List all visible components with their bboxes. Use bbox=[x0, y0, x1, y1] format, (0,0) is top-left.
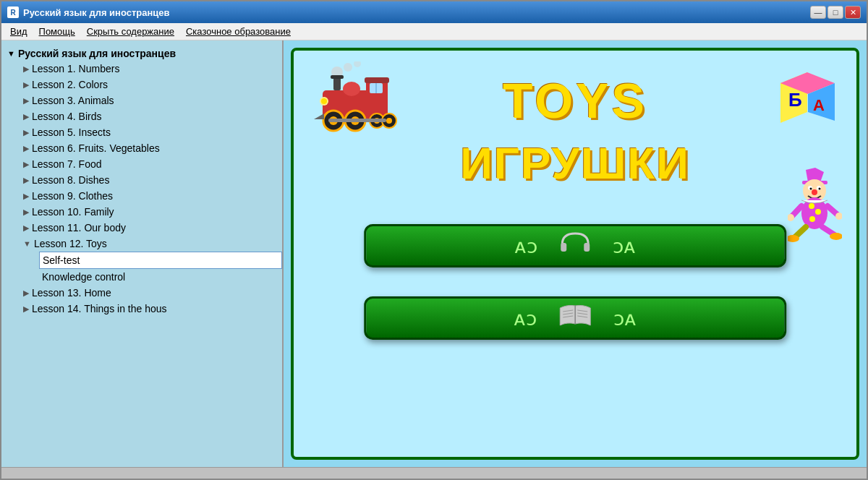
minimize-button[interactable]: — bbox=[810, 6, 826, 19]
book-button-row: ᴀɔ bbox=[364, 296, 786, 340]
svg-text:А: А bbox=[813, 96, 825, 114]
btn1-symbol-right: ɔᴀ bbox=[613, 234, 636, 258]
sidebar-item-l5[interactable]: ▶ Lesson 5. Insects bbox=[1, 124, 282, 140]
sidebar-item-l8[interactable]: ▶ Lesson 8. Dishes bbox=[1, 172, 282, 188]
maximize-button[interactable]: □ bbox=[827, 6, 843, 19]
menu-bar: Вид Помощь Скрыть содержание Сказочное о… bbox=[1, 23, 867, 40]
sidebar-subitem-knowledge[interactable]: Knowledge control bbox=[39, 269, 282, 285]
sidebar-subitem-self-test[interactable]: Self-test bbox=[39, 252, 282, 269]
l1-arrow: ▶ bbox=[23, 64, 29, 74]
svg-rect-5 bbox=[365, 77, 389, 83]
btn2-symbol-left: ᴀɔ bbox=[514, 307, 537, 330]
svg-point-20 bbox=[386, 118, 392, 124]
svg-rect-8 bbox=[333, 77, 341, 90]
sidebar-item-l3[interactable]: ▶ Lesson 3. Animals bbox=[1, 93, 282, 108]
main-panel: Б А bbox=[284, 40, 867, 467]
sidebar-item-l7[interactable]: ▶ Lesson 7. Food bbox=[1, 156, 282, 172]
l11-arrow: ▶ bbox=[23, 223, 29, 233]
sidebar-item-l1[interactable]: ▶ Lesson 1. Numbers bbox=[1, 61, 282, 77]
svg-point-35 bbox=[812, 189, 817, 195]
svg-rect-21 bbox=[328, 119, 386, 122]
svg-rect-49 bbox=[584, 243, 590, 252]
root-arrow: ▼ bbox=[7, 49, 15, 58]
sidebar-item-l6[interactable]: ▶ Lesson 6. Fruits. Vegetables bbox=[1, 140, 282, 156]
svg-point-46 bbox=[815, 209, 821, 215]
book-icon bbox=[558, 302, 592, 334]
svg-rect-9 bbox=[331, 75, 344, 79]
train-illustration bbox=[308, 61, 431, 148]
l3-arrow: ▶ bbox=[23, 96, 29, 106]
l12-subitems: Self-test Knowledge control bbox=[1, 252, 282, 285]
svg-rect-48 bbox=[561, 243, 566, 252]
l12-arrow: ▼ bbox=[23, 239, 31, 248]
l5-label: Lesson 5. Insects bbox=[32, 127, 111, 138]
svg-point-12 bbox=[321, 98, 327, 104]
content-box: Б А bbox=[291, 48, 859, 460]
svg-point-1 bbox=[344, 63, 352, 72]
audio-button[interactable]: ᴀɔ ɔᴀ bbox=[364, 224, 786, 267]
book-button[interactable]: ᴀɔ bbox=[364, 296, 786, 340]
menu-help[interactable]: Помощь bbox=[33, 25, 81, 38]
l7-label: Lesson 7. Food bbox=[32, 158, 102, 170]
svg-line-41 bbox=[795, 227, 806, 237]
app-icon: R bbox=[7, 7, 19, 18]
menu-fairy[interactable]: Сказочное образование bbox=[180, 25, 297, 38]
status-bar bbox=[1, 467, 867, 479]
close-button[interactable]: ✕ bbox=[845, 6, 861, 19]
clown-illustration bbox=[788, 166, 846, 246]
sidebar-item-l14[interactable]: ▶ Lesson 14. Things in the hous bbox=[1, 301, 282, 317]
l7-arrow: ▶ bbox=[23, 160, 29, 169]
sidebar-item-l10[interactable]: ▶ Lesson 10. Family bbox=[1, 204, 282, 220]
abc-block-illustration: Б А bbox=[777, 61, 842, 127]
sidebar-root-label: Русский язык для иностранцев bbox=[18, 48, 176, 59]
menu-view[interactable]: Вид bbox=[4, 25, 33, 38]
l2-arrow: ▶ bbox=[23, 80, 29, 90]
l13-arrow: ▶ bbox=[23, 288, 29, 298]
main-content: ▼ Русский язык для иностранцев ▶ Lesson … bbox=[1, 40, 867, 467]
sidebar-item-l4[interactable]: ▶ Lesson 4. Birds bbox=[1, 108, 282, 124]
sidebar-item-l12[interactable]: ▼ Lesson 12. Toys bbox=[1, 236, 282, 252]
l2-label: Lesson 2. Colors bbox=[32, 79, 108, 90]
title-toys: TOYS bbox=[503, 72, 647, 129]
btn1-symbol-left: ᴀɔ bbox=[514, 234, 537, 258]
headphones-icon bbox=[559, 230, 591, 262]
window-title: Русский язык для иностранцев bbox=[23, 7, 806, 18]
l9-label: Lesson 9. Clothes bbox=[32, 190, 113, 202]
l6-label: Lesson 6. Fruits. Vegetables bbox=[32, 142, 160, 154]
self-test-label: Self-test bbox=[43, 254, 80, 266]
svg-point-2 bbox=[354, 61, 361, 67]
knowledge-label: Knowledge control bbox=[42, 271, 125, 283]
sidebar-root-item[interactable]: ▼ Русский язык для иностранцев bbox=[1, 46, 282, 61]
sidebar-root: ▼ Русский язык для иностранцев ▶ Lesson … bbox=[1, 40, 282, 322]
l3-label: Lesson 3. Animals bbox=[32, 95, 114, 106]
title-russian: ИГРУШКИ bbox=[460, 137, 690, 189]
svg-marker-22 bbox=[314, 113, 324, 119]
sidebar-item-l9[interactable]: ▶ Lesson 9. Clothes bbox=[1, 188, 282, 204]
l11-label: Lesson 11. Our body bbox=[32, 222, 126, 233]
l1-label: Lesson 1. Numbers bbox=[32, 63, 119, 74]
svg-point-10 bbox=[343, 82, 360, 96]
l9-arrow: ▶ bbox=[23, 192, 29, 201]
l10-label: Lesson 10. Family bbox=[32, 206, 114, 218]
l12-label: Lesson 12. Toys bbox=[34, 238, 107, 249]
btn2-symbol-right: ɔᴀ bbox=[613, 307, 637, 330]
svg-point-34 bbox=[819, 188, 821, 190]
l10-arrow: ▶ bbox=[23, 207, 29, 217]
svg-point-33 bbox=[810, 188, 812, 190]
svg-point-47 bbox=[809, 216, 815, 222]
sidebar-item-l11[interactable]: ▶ Lesson 11. Our body bbox=[1, 220, 282, 236]
l4-label: Lesson 4. Birds bbox=[32, 111, 102, 122]
l6-arrow: ▶ bbox=[23, 144, 29, 153]
sidebar-item-l13[interactable]: ▶ Lesson 13. Home bbox=[1, 285, 282, 301]
l8-arrow: ▶ bbox=[23, 176, 29, 185]
main-window: R Русский язык для иностранцев — □ ✕ Вид… bbox=[0, 0, 868, 480]
sidebar[interactable]: ▼ Русский язык для иностранцев ▶ Lesson … bbox=[1, 40, 284, 467]
menu-hide[interactable]: Скрыть содержание bbox=[81, 25, 180, 38]
sidebar-item-l2[interactable]: ▶ Lesson 2. Colors bbox=[1, 77, 282, 93]
l5-arrow: ▶ bbox=[23, 128, 29, 137]
title-bar: R Русский язык для иностранцев — □ ✕ bbox=[1, 1, 867, 23]
l13-label: Lesson 13. Home bbox=[32, 287, 111, 299]
audio-button-row: ᴀɔ ɔᴀ bbox=[364, 224, 786, 267]
l4-arrow: ▶ bbox=[23, 112, 29, 121]
svg-point-45 bbox=[809, 203, 814, 209]
